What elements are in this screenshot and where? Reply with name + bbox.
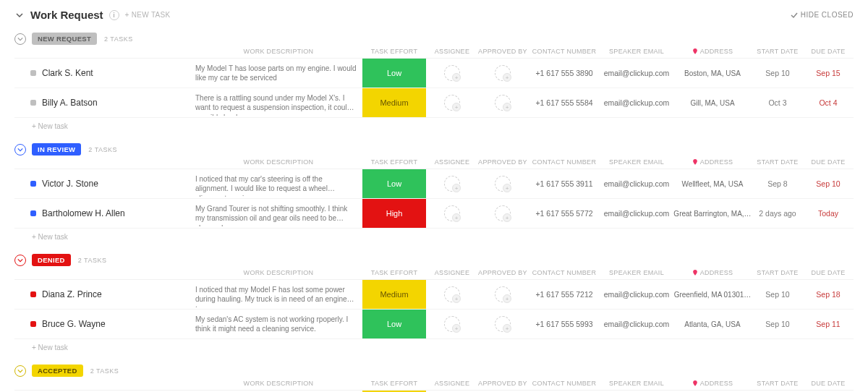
new-task-row[interactable]: + New task: [14, 339, 854, 351]
check-icon: [791, 12, 798, 19]
address: Boston, MA, USA: [673, 69, 752, 77]
col-speaker-email: SPEAKER EMAIL: [600, 48, 673, 55]
task-description: My Grand Tourer is not shifting smoothly…: [195, 201, 362, 226]
status-square-icon: [30, 210, 36, 216]
col-contact-number: CONTACT NUMBER: [528, 380, 600, 387]
col-assignee: ASSIGNEE: [427, 48, 477, 55]
collapse-toggle[interactable]: [14, 33, 26, 45]
approved-by-avatar[interactable]: [495, 316, 511, 332]
task-description: I noticed that my car's steering is off …: [195, 171, 362, 197]
new-task-row[interactable]: + New task: [14, 118, 854, 130]
col-speaker-email: SPEAKER EMAIL: [600, 269, 673, 276]
col-speaker-email: SPEAKER EMAIL: [600, 158, 673, 166]
col-assignee: ASSIGNEE: [427, 158, 477, 166]
col-approved-by: APPROVED BY: [477, 269, 528, 276]
task-name: Billy A. Batson: [42, 98, 98, 108]
collapse-toggle[interactable]: [14, 365, 26, 377]
col-work-description: WORK DESCRIPTION: [195, 48, 362, 55]
task-count: 2 TASKS: [90, 367, 119, 375]
new-task-row[interactable]: + New task: [14, 229, 854, 241]
speaker-email: email@clickup.com: [600, 69, 673, 77]
address: Great Barrington, MA,…: [673, 210, 752, 218]
assignee-avatar[interactable]: [444, 286, 460, 302]
task-row[interactable]: Clark S. Kent My Model T has loose parts…: [14, 59, 854, 88]
approved-by-avatar[interactable]: [495, 205, 511, 221]
task-name: Bartholomew H. Allen: [42, 208, 125, 218]
start-date: Sep 10: [752, 69, 803, 77]
task-description: My sedan's AC system is not working rpop…: [195, 312, 362, 337]
col-approved-by: APPROVED BY: [477, 48, 528, 55]
due-date: Sep 18: [803, 290, 854, 299]
task-row[interactable]: Diana Z. Prince I noticed that my Model …: [14, 280, 854, 310]
assignee-avatar[interactable]: [444, 316, 460, 332]
info-icon[interactable]: i: [109, 10, 119, 20]
status-group: NEW REQUEST 2 TASKS WORK DESCRIPTION TAS…: [14, 30, 854, 130]
col-task-effort: TASK EFFORT: [362, 48, 427, 55]
contact-number: +1 617 555 3911: [528, 179, 600, 188]
col-approved-by: APPROVED BY: [477, 380, 528, 387]
due-date: Today: [803, 209, 854, 218]
task-name: Victor J. Stone: [42, 179, 98, 189]
new-task-button[interactable]: + NEW TASK: [125, 11, 171, 19]
pin-icon: [692, 159, 698, 165]
assignee-avatar[interactable]: [444, 65, 460, 81]
col-work-description: WORK DESCRIPTION: [195, 269, 362, 276]
start-date: Sep 8: [752, 179, 803, 188]
col-task-effort: TASK EFFORT: [362, 269, 427, 276]
chevron-down-icon[interactable]: [14, 10, 25, 20]
col-address: ADDRESS: [673, 380, 752, 387]
contact-number: +1 617 555 7212: [528, 290, 600, 299]
address: Greenfield, MA 01301…: [673, 291, 752, 299]
approved-by-avatar[interactable]: [495, 176, 511, 192]
effort-badge[interactable]: High: [362, 199, 427, 228]
hide-closed-toggle[interactable]: HIDE CLOSED: [791, 11, 854, 19]
address: Gill, MA, USA: [673, 99, 752, 107]
approved-by-avatar[interactable]: [495, 286, 511, 302]
status-pill[interactable]: NEW REQUEST: [32, 33, 97, 45]
collapse-toggle[interactable]: [14, 144, 26, 155]
collapse-toggle[interactable]: [14, 255, 26, 266]
hide-closed-label: HIDE CLOSED: [801, 11, 854, 19]
col-start-date: START DATE: [752, 380, 803, 387]
page-header: Work Request i + NEW TASK HIDE CLOSED: [14, 9, 854, 21]
column-headers: WORK DESCRIPTION TASK EFFORT ASSIGNEE AP…: [14, 269, 854, 280]
assignee-avatar[interactable]: [444, 95, 460, 111]
task-row[interactable]: Victor J. Stone I noticed that my car's …: [14, 169, 854, 199]
due-date: Sep 10: [803, 179, 854, 188]
effort-badge[interactable]: Medium: [362, 88, 427, 117]
status-square-icon: [30, 100, 36, 106]
col-due-date: DUE DATE: [803, 269, 854, 276]
status-square-icon: [30, 291, 36, 297]
assignee-avatar[interactable]: [444, 205, 460, 221]
assignee-avatar[interactable]: [444, 176, 460, 192]
col-work-description: WORK DESCRIPTION: [195, 158, 362, 166]
address: Atlanta, GA, USA: [673, 320, 752, 328]
approved-by-avatar[interactable]: [495, 65, 511, 81]
task-row[interactable]: Bruce G. Wayne My sedan's AC system is n…: [14, 310, 854, 339]
col-assignee: ASSIGNEE: [427, 269, 477, 276]
col-speaker-email: SPEAKER EMAIL: [600, 380, 673, 387]
speaker-email: email@clickup.com: [600, 320, 673, 328]
status-pill[interactable]: IN REVIEW: [32, 143, 81, 155]
start-date: 2 days ago: [752, 209, 803, 218]
task-name: Clark S. Kent: [42, 68, 93, 78]
pin-icon: [692, 380, 698, 386]
effort-badge[interactable]: Low: [362, 59, 427, 88]
start-date: Sep 10: [752, 290, 803, 299]
status-pill[interactable]: DENIED: [32, 254, 71, 266]
task-row[interactable]: Bartholomew H. Allen My Grand Tourer is …: [14, 199, 854, 229]
task-count: 2 TASKS: [78, 257, 107, 264]
col-approved-by: APPROVED BY: [477, 158, 528, 166]
col-address: ADDRESS: [673, 158, 752, 166]
effort-badge[interactable]: Medium: [362, 280, 427, 309]
col-due-date: DUE DATE: [803, 158, 854, 166]
task-description: My Model T has loose parts on my engine.…: [195, 61, 362, 86]
speaker-email: email@clickup.com: [600, 179, 673, 188]
col-task-effort: TASK EFFORT: [362, 380, 427, 387]
status-pill[interactable]: ACCEPTED: [32, 365, 83, 377]
task-row[interactable]: Billy A. Batson There is a rattling soun…: [14, 88, 854, 118]
task-count: 2 TASKS: [104, 35, 133, 43]
effort-badge[interactable]: Low: [362, 310, 427, 338]
effort-badge[interactable]: Low: [362, 169, 427, 198]
approved-by-avatar[interactable]: [495, 95, 511, 111]
